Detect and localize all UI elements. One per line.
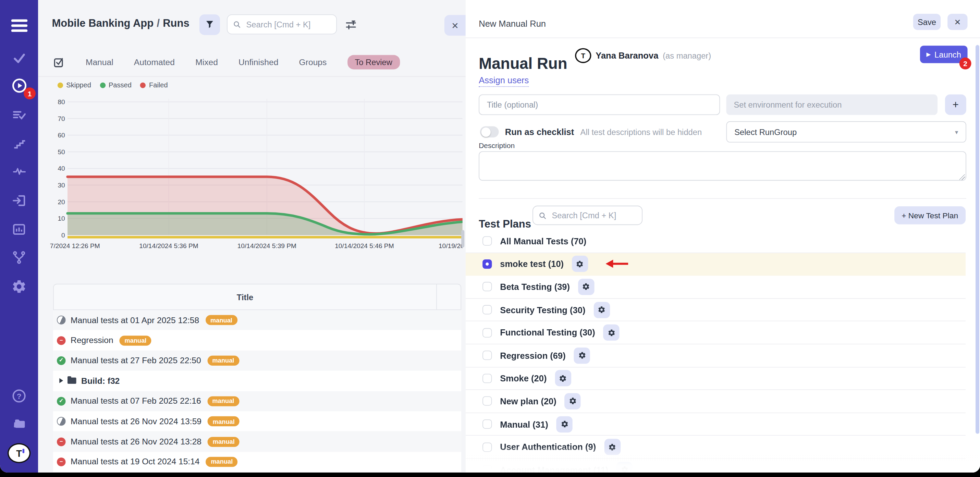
test-plan-row[interactable]: Functional Testing (30): [466, 321, 966, 344]
checkbox[interactable]: [482, 396, 492, 406]
sidebar-item-pulse[interactable]: [0, 164, 38, 178]
sidebar-item-branches[interactable]: [0, 250, 38, 265]
close-panel-button[interactable]: ✕: [444, 15, 466, 36]
svg-text:20: 20: [57, 199, 65, 206]
test-plan-row[interactable]: Account Management (11): [466, 459, 966, 472]
legend-skipped[interactable]: Skipped: [57, 81, 91, 89]
breadcrumb-project[interactable]: Mobile Banking App: [52, 17, 154, 29]
tab-unfinished[interactable]: Unfinished: [239, 57, 278, 67]
select-all-icon[interactable]: [53, 56, 65, 68]
test-plan-row[interactable]: Regression (69): [466, 344, 966, 367]
right-scrollbar-thumb[interactable]: [975, 45, 979, 434]
test-plan-row[interactable]: New plan (20): [466, 390, 966, 413]
close-button[interactable]: ✕: [947, 14, 967, 30]
manual-badge: manual: [207, 356, 239, 366]
menu-icon[interactable]: [0, 17, 38, 32]
run-title: Manual tests at 26 Nov 2024 13:59: [71, 417, 202, 426]
filter-button[interactable]: [199, 14, 220, 35]
save-button[interactable]: Save: [913, 14, 940, 30]
add-environment-button[interactable]: +: [945, 94, 966, 115]
plan-settings-button[interactable]: [603, 324, 619, 340]
manual-badge: manual: [205, 315, 237, 325]
x-axis-labels: 07/2024 12:26 PM 10/14/2024 5:36 PM 10/1…: [50, 242, 463, 250]
assign-users-link[interactable]: Assign users: [479, 75, 529, 87]
plan-settings-button[interactable]: [616, 461, 633, 472]
plan-settings-button[interactable]: [593, 302, 609, 318]
checkbox[interactable]: [482, 328, 492, 337]
table-row[interactable]: ✓ Manual tests at 07 Feb 2025 22:16 manu…: [53, 391, 461, 411]
test-plan-row[interactable]: All Manual Tests (70): [466, 230, 966, 253]
checkbox[interactable]: [482, 465, 492, 472]
tab-groups[interactable]: Groups: [299, 57, 327, 67]
tab-manual[interactable]: Manual: [86, 57, 113, 67]
rungroup-select[interactable]: Select RunGroup ▾: [726, 121, 966, 143]
test-plan-row[interactable]: Smoke (20): [466, 367, 966, 390]
sidebar-item-import[interactable]: [0, 193, 38, 208]
test-plan-row[interactable]: Beta Testing (39): [466, 276, 966, 299]
plan-settings-button[interactable]: [565, 393, 581, 409]
skipped-dot-icon: [57, 82, 63, 88]
table-row[interactable]: – Manual tests at 26 Nov 2024 13:28 manu…: [53, 431, 461, 452]
column-title[interactable]: Title: [54, 292, 436, 302]
checkbox[interactable]: [482, 420, 492, 429]
plan-label: Beta Testing (39): [500, 282, 570, 292]
plan-settings-button[interactable]: [572, 256, 588, 272]
table-row[interactable]: ✓ Manual tests at 27 Feb 2025 22:50 manu…: [53, 351, 461, 371]
checkbox-checked[interactable]: [482, 259, 492, 269]
screen: 1 ? T Mobil: [0, 0, 980, 477]
test-plan-row[interactable]: Security Testing (30): [466, 299, 966, 321]
run-title: Manual tests at 01 Apr 2025 12:58: [71, 316, 199, 325]
run-as-checklist-toggle[interactable]: [480, 126, 499, 137]
manual-badge: manual: [207, 396, 239, 406]
checkbox[interactable]: [482, 305, 492, 314]
new-test-plan-button[interactable]: + New Test Plan: [894, 206, 966, 224]
legend-failed[interactable]: Failed: [140, 81, 167, 89]
legend-passed[interactable]: Passed: [100, 81, 131, 89]
plan-settings-button[interactable]: [555, 370, 571, 386]
runs-tabs: Manual Automated Mixed Unfinished Groups…: [53, 54, 400, 70]
checklist-label: Run as checklist: [505, 127, 574, 137]
left-scrollbar-thumb[interactable]: [461, 230, 464, 247]
plan-settings-button[interactable]: [604, 439, 620, 455]
checkbox[interactable]: [482, 374, 492, 383]
plan-settings-button[interactable]: [574, 347, 590, 364]
plans-search-input[interactable]: [550, 210, 636, 221]
runs-search-input[interactable]: [245, 19, 331, 30]
sidebar-item-projects[interactable]: [0, 417, 38, 431]
checkbox[interactable]: [482, 237, 492, 246]
view-settings-button[interactable]: [344, 19, 357, 31]
checkbox[interactable]: [482, 282, 492, 292]
sidebar-item-steps[interactable]: [0, 137, 38, 150]
table-row[interactable]: – Manual tests at 19 Oct 2024 15:14 manu…: [53, 452, 461, 472]
manual-badge: manual: [208, 437, 240, 447]
run-title-input[interactable]: [479, 94, 720, 115]
svg-text:?: ?: [17, 392, 22, 401]
test-plan-row[interactable]: Manual (31): [466, 413, 966, 436]
table-row[interactable]: Manual tests at 26 Nov 2024 13:59 manual: [53, 411, 461, 431]
table-row-group[interactable]: Build: f32: [53, 371, 461, 391]
test-plans-title: Test Plans: [479, 218, 531, 231]
sidebar-item-settings[interactable]: [0, 279, 38, 295]
sidebar-item-help[interactable]: ?: [0, 388, 38, 404]
tab-to-review[interactable]: To Review: [347, 55, 400, 70]
table-row[interactable]: Manual tests at 01 Apr 2025 12:58 manual: [53, 310, 461, 330]
manager-info: T Yana Baranova (as manager): [575, 48, 711, 63]
checkbox[interactable]: [482, 442, 492, 452]
checkbox[interactable]: [482, 351, 492, 360]
resize-grip-icon[interactable]: [959, 175, 965, 180]
plan-settings-button[interactable]: [578, 278, 594, 295]
tab-mixed[interactable]: Mixed: [195, 57, 218, 67]
tab-automated[interactable]: Automated: [134, 57, 175, 67]
test-plan-row[interactable]: User Authentication (9): [466, 436, 966, 459]
sidebar-item-analytics[interactable]: [0, 222, 38, 237]
sidebar-item-checklist[interactable]: [0, 108, 38, 123]
test-plan-row-selected[interactable]: smoke test (10): [466, 253, 966, 276]
sidebar-item-logo[interactable]: T: [0, 443, 38, 463]
sidebar-item-tests[interactable]: [0, 51, 38, 65]
plan-settings-button[interactable]: [556, 416, 572, 432]
table-row[interactable]: – Regression manual: [53, 330, 461, 351]
expand-caret-icon[interactable]: [59, 378, 63, 383]
environment-input[interactable]: [726, 94, 937, 115]
gear-icon: [560, 420, 568, 428]
description-textarea[interactable]: [479, 151, 966, 181]
